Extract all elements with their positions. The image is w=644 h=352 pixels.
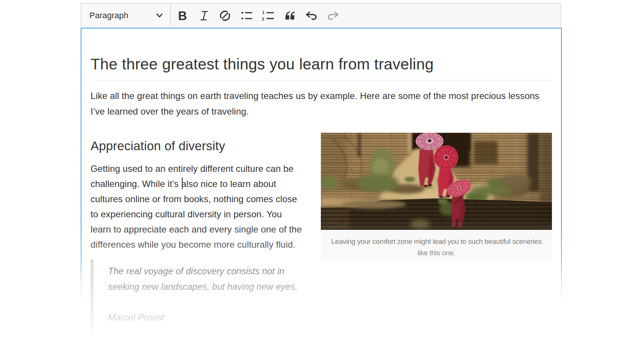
svg-text:1: 1 <box>262 10 264 15</box>
svg-text:2: 2 <box>262 17 264 21</box>
